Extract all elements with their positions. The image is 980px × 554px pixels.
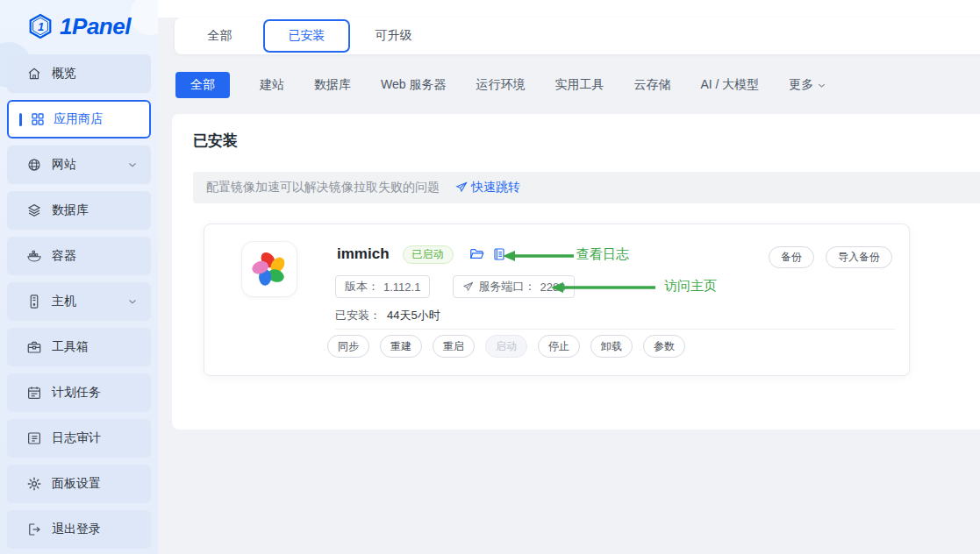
sidebar-item-log-audit[interactable]: 日志审计 <box>7 419 151 458</box>
installed-apps-panel: 已安装 配置镜像加速可以解决镜像拉取失败的问题 快速跳转 <box>172 114 980 430</box>
restart-button[interactable]: 重启 <box>433 335 475 358</box>
top-white-strip <box>158 0 980 18</box>
category-ai-llm[interactable]: AI / 大模型 <box>700 77 759 93</box>
category-utility[interactable]: 实用工具 <box>554 77 604 93</box>
tab-label: 全部 <box>208 28 232 44</box>
category-runtime[interactable]: 运行环境 <box>476 77 525 93</box>
open-folder-button[interactable] <box>469 247 484 262</box>
app-action-row: 同步 重建 重启 启动 停止 卸载 参数 <box>327 335 685 358</box>
sidebar-item-label: 概览 <box>52 66 76 82</box>
log-audit-icon <box>26 430 42 446</box>
card-divider <box>335 329 895 330</box>
import-backup-button[interactable]: 导入备份 <box>826 246 892 268</box>
app-title-row: immich 已启动 <box>337 244 506 265</box>
immich-pinwheel-logo <box>249 249 290 289</box>
tab-installed[interactable]: 已安装 <box>263 19 350 53</box>
category-website-build[interactable]: 建站 <box>260 77 284 93</box>
sidebar-item-host[interactable]: 主机 <box>7 282 151 321</box>
quick-jump-link[interactable]: 快速跳转 <box>455 180 520 195</box>
category-label: Web 服务器 <box>381 77 446 93</box>
category-label: 更多 <box>789 77 813 93</box>
sidebar-item-toolbox[interactable]: 工具箱 <box>7 328 151 366</box>
send-icon <box>462 281 474 293</box>
tab-upgradable[interactable]: 可升级 <box>350 19 437 53</box>
view-log-annotation: 查看日志 <box>576 246 629 263</box>
params-button[interactable]: 参数 <box>643 335 685 358</box>
category-label: AI / 大模型 <box>700 77 759 93</box>
sidebar-item-panel-settings[interactable]: 面板设置 <box>7 465 151 503</box>
port-label: 服务端口： <box>478 279 535 295</box>
chevron-down-icon <box>816 80 827 91</box>
category-label: 运行环境 <box>476 77 525 93</box>
stop-button[interactable]: 停止 <box>538 335 580 358</box>
folder-icon <box>469 247 484 262</box>
backup-button[interactable]: 备份 <box>769 246 814 268</box>
sidebar-item-app-store[interactable]: 应用商店 <box>7 100 151 138</box>
category-label: 云存储 <box>633 77 670 93</box>
start-button[interactable]: 启动 <box>485 335 527 358</box>
category-label: 数据库 <box>314 77 351 93</box>
app-info-row: 版本： 1.112.1 服务端口： 2283 <box>335 275 575 298</box>
host-tower-icon <box>26 294 42 309</box>
tab-label: 已安装 <box>289 28 325 44</box>
send-icon <box>455 181 468 194</box>
active-indicator-bar <box>19 113 22 126</box>
brand-name: 1Panel <box>60 13 131 40</box>
hexagon-logo-icon: 1 <box>27 13 54 39</box>
sidebar-item-label: 计划任务 <box>52 385 101 401</box>
sidebar-item-label: 主机 <box>52 294 76 309</box>
sidebar-item-cron-tasks[interactable]: 计划任务 <box>7 373 151 412</box>
version-box: 版本： 1.112.1 <box>335 275 430 298</box>
sidebar-item-label: 工具箱 <box>52 339 89 355</box>
globe-icon <box>26 157 42 173</box>
calendar-icon <box>26 385 42 401</box>
notice-bar: 配置镜像加速可以解决镜像拉取失败的问题 快速跳转 <box>193 172 980 203</box>
docker-icon <box>26 248 42 264</box>
sidebar-item-label: 网站 <box>52 157 76 173</box>
database-layers-icon <box>26 202 42 218</box>
sidebar-item-label: 日志审计 <box>52 430 101 446</box>
sidebar-item-label: 面板设置 <box>52 476 101 492</box>
sync-button[interactable]: 同步 <box>327 335 369 358</box>
rebuild-button[interactable]: 重建 <box>380 335 422 358</box>
installed-value: 44天5小时 <box>387 309 440 322</box>
sidebar-item-website[interactable]: 网站 <box>7 146 151 184</box>
logout-icon <box>26 522 42 537</box>
installed-duration-row: 已安装：44天5小时 <box>335 308 440 323</box>
sidebar-item-label: 退出登录 <box>52 522 101 537</box>
logo-mark: 1 <box>38 20 44 33</box>
quick-jump-label: 快速跳转 <box>471 180 520 195</box>
page-title: 已安装 <box>193 131 238 151</box>
tab-bar: 全部 已安装 可升级 <box>175 18 980 54</box>
chevron-down-icon <box>126 159 139 171</box>
sidebar-item-database[interactable]: 数据库 <box>7 191 151 230</box>
tab-all[interactable]: 全部 <box>176 19 263 53</box>
category-cloud-storage[interactable]: 云存储 <box>633 77 670 93</box>
category-all[interactable]: 全部 <box>175 72 230 98</box>
backup-button-row: 备份 导入备份 <box>769 246 892 268</box>
appstore-grid-icon <box>30 111 46 127</box>
sidebar-item-label: 数据库 <box>52 202 89 218</box>
installed-label: 已安装： <box>335 309 381 322</box>
toolbox-icon <box>26 339 42 355</box>
tab-label: 可升级 <box>376 28 412 44</box>
app-icon <box>241 241 297 297</box>
sidebar-item-label: 容器 <box>52 248 76 264</box>
sidebar-item-container[interactable]: 容器 <box>7 237 151 275</box>
category-more[interactable]: 更多 <box>789 77 827 93</box>
home-icon <box>26 66 42 82</box>
version-value: 1.112.1 <box>383 281 420 294</box>
1panel-app-window: 1 1Panel 概览 应用商店 <box>0 0 980 554</box>
app-name: immich <box>337 245 390 263</box>
category-web-server[interactable]: Web 服务器 <box>381 77 446 93</box>
category-label: 全部 <box>190 77 215 93</box>
category-database[interactable]: 数据库 <box>314 77 351 93</box>
sidebar-item-overview[interactable]: 概览 <box>7 54 151 93</box>
gear-icon <box>26 476 42 492</box>
visit-home-annotation: 访问主页 <box>664 278 717 295</box>
sidebar-nav: 概览 应用商店 网站 <box>7 54 151 554</box>
status-badge: 已启动 <box>403 245 454 264</box>
uninstall-button[interactable]: 卸载 <box>590 335 633 358</box>
sidebar-item-logout[interactable]: 退出登录 <box>7 510 151 549</box>
annotation-arrow-visit-home <box>551 281 656 294</box>
